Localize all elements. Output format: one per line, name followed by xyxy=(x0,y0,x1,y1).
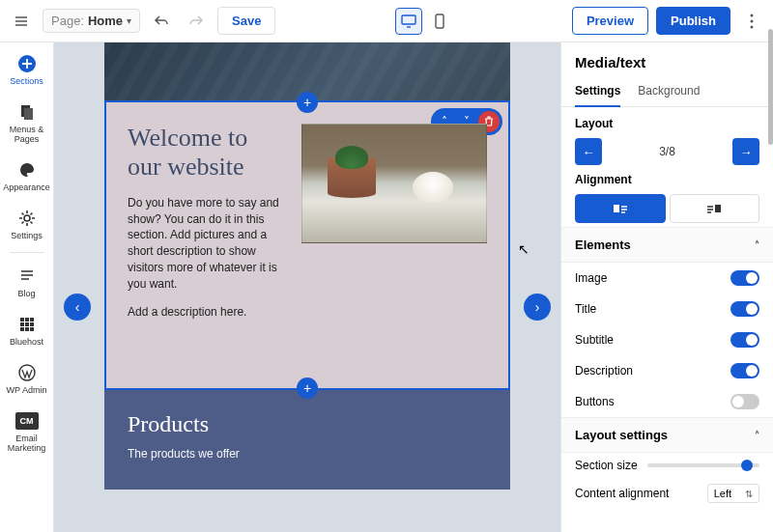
svg-rect-1 xyxy=(436,14,444,28)
sidebar-item-email[interactable]: CM Email Marketing xyxy=(1,406,53,458)
svg-rect-15 xyxy=(20,327,24,331)
chevron-up-icon: ˄ xyxy=(755,239,759,250)
toggle-description[interactable] xyxy=(730,363,759,378)
toggle-image[interactable] xyxy=(730,270,759,286)
layout-value: 3/8 xyxy=(602,145,732,158)
products-subtitle[interactable]: The products we offer xyxy=(128,447,487,461)
sidebar-item-menus[interactable]: Menus & Pages xyxy=(1,97,53,149)
more-menu-icon[interactable] xyxy=(738,8,765,35)
products-title[interactable]: Products xyxy=(128,411,487,437)
canvas-area: ‹ › ↖ + + ˄ ˅ Welcome to our website Do … xyxy=(54,42,560,532)
toggle-buttons[interactable] xyxy=(730,394,759,409)
svg-rect-7 xyxy=(24,108,33,120)
sidebar-item-sections[interactable]: Sections xyxy=(1,48,53,91)
elements-accordion[interactable]: Elements ˄ xyxy=(561,227,773,263)
sidebar-item-settings[interactable]: Settings xyxy=(1,203,53,245)
redo-button[interactable] xyxy=(183,8,210,35)
element-label: Image xyxy=(575,271,607,285)
preview-button[interactable]: Preview xyxy=(572,7,648,35)
welcome-paragraph-1[interactable]: Do you have more to say and show? You ca… xyxy=(128,195,286,293)
cursor-icon: ↖ xyxy=(518,241,530,257)
chevron-down-icon: ▾ xyxy=(127,15,131,26)
welcome-paragraph-2[interactable]: Add a description here. xyxy=(128,304,286,321)
section-size-label: Section size xyxy=(575,459,638,472)
svg-point-4 xyxy=(751,25,754,28)
add-section-above[interactable]: + xyxy=(297,92,318,113)
svg-rect-10 xyxy=(25,318,29,322)
section-nav-next[interactable]: › xyxy=(524,294,551,321)
element-row-title: Title xyxy=(561,294,773,324)
element-label: Subtitle xyxy=(575,333,614,347)
layout-next[interactable]: → xyxy=(732,138,759,165)
content-alignment-select[interactable]: Left ⇅ xyxy=(707,484,759,503)
svg-point-3 xyxy=(751,19,754,22)
device-desktop[interactable] xyxy=(395,8,422,35)
svg-rect-13 xyxy=(25,322,29,326)
device-mobile[interactable] xyxy=(426,8,453,35)
element-label: Description xyxy=(575,364,633,378)
element-row-image: Image xyxy=(561,263,773,294)
align-right-button[interactable] xyxy=(670,194,760,223)
select-stepper-icon: ⇅ xyxy=(745,489,753,499)
publish-button[interactable]: Publish xyxy=(656,7,730,35)
svg-rect-12 xyxy=(20,322,24,326)
plus-circle-icon xyxy=(15,52,39,75)
svg-point-2 xyxy=(751,14,754,16)
page-selector-value: Home xyxy=(88,14,123,28)
content-alignment-label: Content alignment xyxy=(575,487,669,500)
page-selector[interactable]: Page: Home ▾ xyxy=(43,9,140,33)
svg-rect-9 xyxy=(20,318,24,322)
layout-heading: Layout xyxy=(575,117,759,130)
page-selector-label: Page: xyxy=(51,14,84,28)
panel-scrollbar[interactable] xyxy=(768,42,773,145)
sidebar-item-bluehost[interactable]: Bluehost xyxy=(1,309,53,351)
sidebar-item-blog[interactable]: Blog xyxy=(1,261,53,303)
add-section-below[interactable]: + xyxy=(297,378,318,399)
svg-rect-17 xyxy=(30,327,34,331)
svg-point-8 xyxy=(24,215,30,221)
welcome-title[interactable]: Welcome to our website xyxy=(128,124,286,182)
element-row-description: Description xyxy=(561,355,773,386)
slider-thumb[interactable] xyxy=(741,460,753,471)
layout-settings-accordion[interactable]: Layout settings ˄ xyxy=(561,417,773,453)
left-sidebar: Sections Menus & Pages Appearance Settin… xyxy=(0,42,54,532)
alignment-heading: Alignment xyxy=(575,173,759,186)
chevron-up-icon: ˄ xyxy=(755,430,759,440)
save-button[interactable]: Save xyxy=(217,7,275,35)
cm-icon: CM xyxy=(15,409,39,433)
section-image[interactable] xyxy=(301,124,487,243)
gear-icon xyxy=(15,207,39,230)
properties-panel: Media/text Settings Background Layout ← … xyxy=(560,42,773,532)
wordpress-icon xyxy=(15,361,39,384)
palette-icon xyxy=(15,158,39,182)
svg-rect-0 xyxy=(402,15,415,24)
panel-title: Media/text xyxy=(561,42,773,76)
svg-rect-21 xyxy=(715,205,721,212)
section-size-slider[interactable] xyxy=(647,463,759,467)
undo-button[interactable] xyxy=(148,8,175,35)
grid-icon xyxy=(15,313,39,336)
layout-prev[interactable]: ← xyxy=(575,138,602,165)
pages-icon xyxy=(15,100,39,124)
section-nav-prev[interactable]: ‹ xyxy=(64,294,91,321)
products-section[interactable]: Products The products we offer xyxy=(104,390,510,490)
blog-icon xyxy=(15,265,39,288)
element-row-subtitle: Subtitle xyxy=(561,324,773,355)
element-label: Title xyxy=(575,302,596,316)
element-row-buttons: Buttons xyxy=(561,386,773,417)
svg-rect-11 xyxy=(30,318,34,322)
sidebar-item-wpadmin[interactable]: WP Admin xyxy=(1,357,53,400)
sidebar-item-appearance[interactable]: Appearance xyxy=(1,154,53,197)
tab-settings[interactable]: Settings xyxy=(575,76,620,107)
menu-icon[interactable] xyxy=(8,8,35,35)
tab-background[interactable]: Background xyxy=(638,76,700,106)
toggle-title[interactable] xyxy=(730,301,759,317)
element-label: Buttons xyxy=(575,395,615,408)
svg-rect-16 xyxy=(25,327,29,331)
media-text-section[interactable]: + + ˄ ˅ Welcome to our website Do you ha… xyxy=(104,100,510,390)
align-left-button[interactable] xyxy=(575,194,666,223)
svg-rect-20 xyxy=(614,205,619,212)
toggle-subtitle[interactable] xyxy=(730,332,759,348)
svg-rect-14 xyxy=(30,322,34,326)
